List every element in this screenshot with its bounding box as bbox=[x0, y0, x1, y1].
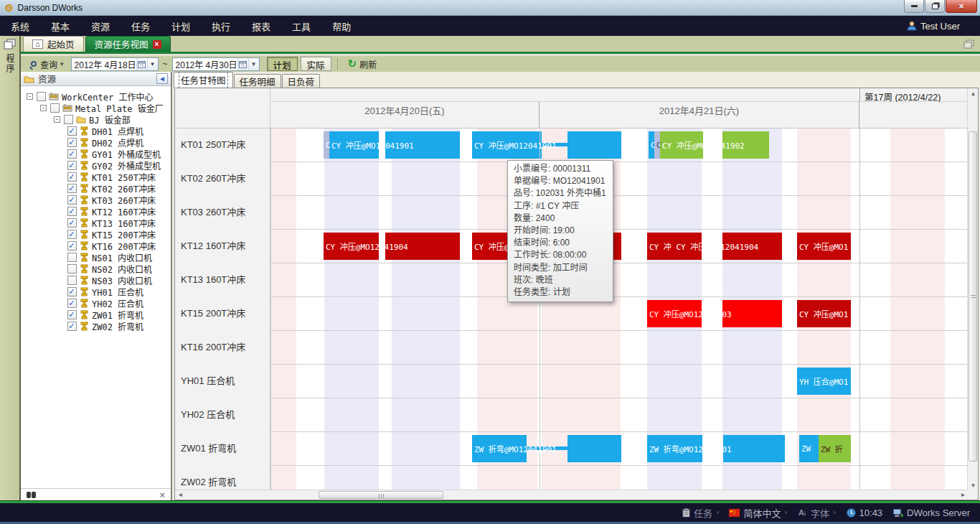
doc-tab-1[interactable]: 资源任务视图× bbox=[85, 36, 171, 52]
scroll-left-icon[interactable]: ◄ bbox=[175, 490, 186, 500]
caret-down-icon[interactable]: ▾ bbox=[716, 510, 720, 516]
vertical-scrollbar[interactable]: ▲▼ bbox=[967, 88, 978, 491]
tree-checkbox[interactable] bbox=[67, 149, 77, 159]
task-bar[interactable]: C bbox=[324, 131, 329, 159]
task-bar[interactable]: ZW bbox=[799, 435, 819, 462]
task-bar[interactable]: CY 冲压@MO12041904 bbox=[324, 233, 460, 260]
tree-item-7[interactable]: KT01 250T冲床 bbox=[21, 171, 171, 182]
menu-item-2[interactable]: 资源 bbox=[80, 16, 121, 36]
tree-item-15[interactable]: NS02 内收口机 bbox=[21, 263, 171, 274]
tree-item-14[interactable]: NS01 内收口机 bbox=[21, 251, 171, 263]
actual-toggle-button[interactable]: 实际 bbox=[301, 57, 331, 71]
view-tab-1[interactable]: 任务明细 bbox=[234, 74, 281, 88]
task-bar[interactable]: ZW 折 bbox=[819, 435, 851, 462]
collapse-panel-button[interactable]: ◄ bbox=[156, 73, 168, 84]
tree-checkbox[interactable] bbox=[64, 115, 73, 124]
tree-checkbox[interactable] bbox=[67, 287, 77, 296]
vertical-scroll-thumb[interactable] bbox=[969, 131, 977, 462]
tree-checkbox[interactable] bbox=[67, 207, 77, 216]
tree-checkbox[interactable] bbox=[67, 184, 77, 193]
status-item-font[interactable]: A字体▾ bbox=[798, 506, 837, 520]
calendar-icon[interactable] bbox=[237, 58, 248, 70]
date-to-caret-icon[interactable]: ▾ bbox=[248, 58, 259, 70]
tree-item-10[interactable]: KT12 160T冲床 bbox=[21, 205, 171, 217]
minimize-button[interactable] bbox=[904, 0, 924, 13]
menu-item-1[interactable]: 基本 bbox=[40, 16, 80, 36]
restore-button[interactable] bbox=[925, 0, 945, 13]
tree-item-3[interactable]: DH01 点焊机 bbox=[21, 125, 171, 136]
close-panel-icon[interactable]: × bbox=[159, 490, 165, 500]
tree-item-13[interactable]: KT16 200T冲床 bbox=[21, 240, 171, 251]
tree-checkbox[interactable] bbox=[67, 310, 77, 319]
tree-checkbox[interactable] bbox=[37, 92, 46, 101]
date-from-input[interactable]: 2012年 4月18日 ▾ bbox=[71, 57, 159, 71]
tree-checkbox[interactable] bbox=[67, 241, 77, 251]
find-icon[interactable] bbox=[27, 492, 36, 498]
tree-checkbox[interactable] bbox=[67, 299, 77, 308]
query-button[interactable]: 查询 ▾ bbox=[27, 57, 68, 71]
tree-item-17[interactable]: YH01 压合机 bbox=[21, 286, 171, 297]
tree-checkbox[interactable] bbox=[67, 172, 77, 182]
tree-checkbox[interactable] bbox=[67, 253, 77, 262]
status-item-flag[interactable]: 简体中文▾ bbox=[729, 506, 788, 520]
tree-checkbox[interactable] bbox=[67, 195, 77, 205]
task-bar[interactable]: CY 冲压@MO1 bbox=[797, 233, 851, 260]
horizontal-scrollbar[interactable]: ◄► bbox=[175, 490, 969, 500]
expander-minus-icon[interactable]: - bbox=[27, 93, 33, 100]
horizontal-scroll-thumb[interactable] bbox=[319, 491, 443, 499]
plan-toggle-button[interactable]: 计划 bbox=[267, 57, 298, 71]
tree-item-2[interactable]: -BJ 钣金部 bbox=[21, 113, 171, 125]
scroll-up-icon[interactable]: ▲ bbox=[968, 88, 979, 99]
tree-checkbox[interactable] bbox=[67, 322, 77, 331]
task-bar[interactable]: YH 压合@MO1 bbox=[797, 368, 851, 395]
program-panel-tab[interactable]: 程序 bbox=[4, 39, 16, 74]
tree-checkbox[interactable] bbox=[67, 230, 77, 239]
calendar-icon[interactable] bbox=[136, 58, 147, 70]
tree-item-11[interactable]: KT13 160T冲床 bbox=[21, 217, 171, 228]
menu-item-0[interactable]: 系统 bbox=[0, 16, 40, 36]
menu-item-3[interactable]: 任务 bbox=[121, 16, 161, 36]
menu-item-7[interactable]: 工具 bbox=[281, 16, 321, 36]
task-bar[interactable]: ZW 折弯@MO12041901 bbox=[647, 435, 785, 462]
tree-checkbox[interactable] bbox=[50, 103, 60, 113]
caret-down-icon[interactable]: ▾ bbox=[784, 510, 788, 516]
tree-item-16[interactable]: NS03 内收口机 bbox=[21, 274, 171, 286]
tree-checkbox[interactable] bbox=[67, 126, 77, 136]
window-list-icon[interactable] bbox=[963, 39, 974, 49]
date-from-caret-icon[interactable]: ▾ bbox=[147, 58, 158, 70]
caret-down-icon[interactable]: ▾ bbox=[833, 510, 837, 516]
task-bar[interactable]: CY 冲压@MO12041902 bbox=[660, 131, 769, 159]
task-bar[interactable]: CY 冲 CY 冲压@MO12041904 bbox=[647, 233, 782, 260]
tree-item-12[interactable]: KT15 200T冲床 bbox=[21, 228, 171, 240]
task-bar[interactable]: CY 冲压@MO1 bbox=[797, 300, 851, 327]
tree-item-9[interactable]: KT03 260T冲床 bbox=[21, 194, 171, 205]
task-bar[interactable]: CY 冲压@MO12041901 bbox=[472, 131, 621, 159]
expander-minus-icon[interactable]: - bbox=[54, 116, 60, 123]
tree-item-6[interactable]: GY02 外桶成型机 bbox=[21, 159, 171, 171]
menu-item-8[interactable]: 帮助 bbox=[321, 16, 362, 36]
tree-item-1[interactable]: -Metal Plate 钣金厂 bbox=[21, 102, 171, 113]
tree-item-18[interactable]: YH02 压合机 bbox=[21, 297, 171, 309]
date-to-input[interactable]: 2012年 4月30日 ▾ bbox=[172, 57, 260, 71]
tree-item-5[interactable]: GY01 外桶成型机 bbox=[21, 148, 171, 159]
tree-checkbox[interactable] bbox=[67, 161, 77, 170]
tree-checkbox[interactable] bbox=[67, 264, 77, 273]
task-bar[interactable]: CY 冲压@MO12041901 bbox=[329, 131, 460, 159]
view-tab-0[interactable]: 任务甘特图 bbox=[174, 72, 233, 88]
tree-item-19[interactable]: ZW01 折弯机 bbox=[21, 309, 171, 320]
task-bar[interactable]: CY 冲压@MO12041903 bbox=[647, 300, 782, 327]
menu-item-5[interactable]: 执行 bbox=[201, 16, 241, 36]
view-tab-2[interactable]: 日负荷 bbox=[282, 74, 321, 88]
tree-checkbox[interactable] bbox=[67, 218, 77, 228]
tree-item-4[interactable]: DH02 点焊机 bbox=[21, 136, 171, 148]
task-bar[interactable]: C bbox=[649, 131, 654, 159]
status-item-tasks[interactable]: 任务▾ bbox=[682, 506, 720, 520]
task-bar[interactable]: ZW 折弯@MO12041901 bbox=[472, 435, 621, 462]
query-caret-icon[interactable]: ▾ bbox=[60, 61, 64, 67]
tree-item-0[interactable]: -WorkCenter 工作中心 bbox=[21, 90, 171, 102]
tree-checkbox[interactable] bbox=[67, 276, 77, 285]
doc-tab-0[interactable]: ⌂起始页 bbox=[23, 36, 84, 52]
close-button[interactable]: × bbox=[946, 0, 977, 13]
menu-item-4[interactable]: 计划 bbox=[161, 16, 201, 36]
tree-item-8[interactable]: KT02 260T冲床 bbox=[21, 182, 171, 194]
